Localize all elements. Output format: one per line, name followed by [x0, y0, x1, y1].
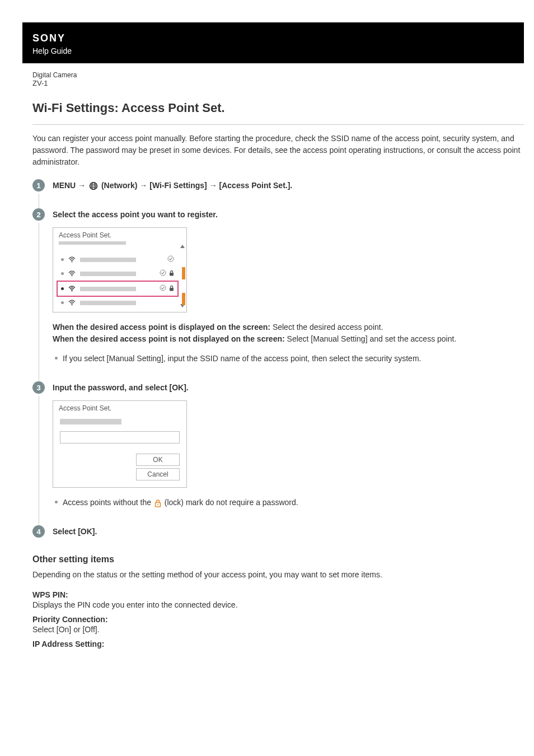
- step-2: 2 Select the access point you want to re…: [32, 208, 524, 365]
- step-1-title: MENU → (Network) → [Wi-Fi Settings] → [A…: [53, 179, 524, 192]
- svg-point-10: [72, 291, 73, 292]
- password-input[interactable]: [60, 431, 180, 444]
- svg-rect-9: [170, 273, 174, 276]
- step-3-title: Input the password, and select [OK].: [53, 381, 524, 394]
- bullet-post: (lock) mark do not require a password.: [162, 498, 298, 507]
- svg-point-13: [72, 305, 73, 306]
- displayed-label: When the desired access point is display…: [53, 323, 270, 332]
- wifi-signal-icon: [68, 286, 76, 292]
- intro-text: You can register your access point manua…: [32, 133, 524, 168]
- setting-priority-connection: Priority Connection: Select [On] or [Off…: [32, 615, 524, 634]
- step-2-bullet: If you select [Manual Setting], input th…: [53, 353, 524, 365]
- step-4-title: Select [OK].: [53, 525, 524, 538]
- access-point-row[interactable]: [58, 297, 177, 309]
- password-entry-screenshot: Access Point Set. OK Cancel: [53, 400, 187, 488]
- lock-icon: [169, 270, 174, 278]
- screenshot-1-title: Access Point Set.: [53, 228, 186, 240]
- step-2-number: 2: [32, 208, 45, 221]
- svg-point-8: [160, 270, 166, 276]
- cancel-button[interactable]: Cancel: [136, 468, 180, 480]
- checkmark-circle-icon: [160, 284, 166, 293]
- checkmark-circle-icon: [167, 255, 174, 264]
- displayed-text: Select the desired access point.: [270, 323, 383, 332]
- product-category: Digital Camera: [32, 71, 524, 79]
- setting-desc: Select [On] or [Off].: [32, 625, 524, 634]
- svg-point-15: [157, 504, 158, 505]
- svg-rect-12: [170, 288, 174, 291]
- wifi-signal-icon: [68, 270, 76, 277]
- other-settings-heading: Other setting items: [32, 554, 524, 564]
- not-displayed-text: Select [Manual Setting] and set the acce…: [285, 334, 457, 343]
- access-point-row[interactable]: [58, 253, 177, 267]
- access-point-row-selected[interactable]: [57, 281, 179, 297]
- setting-ip-address: IP Address Setting:: [32, 640, 524, 648]
- lock-icon: [169, 285, 174, 293]
- page-title: Wi-Fi Settings: Access Point Set.: [32, 101, 524, 115]
- svg-point-6: [168, 256, 174, 262]
- step-2-body: When the desired access point is display…: [53, 321, 524, 365]
- screenshot-2-title: Access Point Set.: [53, 401, 186, 413]
- setting-label: Priority Connection:: [32, 615, 524, 624]
- step-3-number: 3: [32, 381, 45, 394]
- step-1-prefix: MENU →: [53, 181, 88, 190]
- svg-point-5: [72, 262, 73, 263]
- network-globe-icon: [89, 181, 98, 190]
- setting-desc: Displays the PIN code you enter into the…: [32, 600, 524, 609]
- brand-logo: SONY: [32, 32, 514, 44]
- product-model: ZV-1: [32, 79, 524, 87]
- access-point-list-screenshot: Access Point Set.: [53, 227, 187, 312]
- scroll-thumb[interactable]: [182, 267, 185, 279]
- help-guide-label: Help Guide: [32, 46, 514, 55]
- bullet-pre: Access points without the: [63, 498, 153, 507]
- title-rule: [32, 124, 524, 125]
- step-2-title: Select the access point you want to regi…: [53, 208, 524, 221]
- step-1-path: (Network) → [Wi-Fi Settings] → [Access P…: [99, 181, 292, 190]
- setting-wps-pin: WPS PIN: Displays the PIN code you enter…: [32, 590, 524, 609]
- step-3: 3 Input the password, and select [OK]. A…: [32, 381, 524, 508]
- lock-icon: [154, 499, 161, 507]
- checkmark-circle-icon: [160, 269, 166, 278]
- step-4: 4 Select [OK].: [32, 525, 524, 538]
- header-bar: SONY Help Guide: [22, 22, 524, 63]
- setting-label: WPS PIN:: [32, 590, 524, 599]
- setting-label: IP Address Setting:: [32, 640, 524, 648]
- svg-point-11: [160, 285, 166, 291]
- scroll-up-icon: [180, 245, 185, 248]
- svg-point-7: [72, 276, 73, 277]
- step-1-number: 1: [32, 179, 45, 192]
- wifi-signal-icon: [68, 256, 76, 263]
- ok-button[interactable]: OK: [136, 454, 180, 466]
- scroll-indicator: [182, 293, 185, 305]
- wifi-signal-icon: [68, 300, 76, 306]
- other-settings-intro: Depending on the status or the setting m…: [32, 570, 524, 579]
- step-1: 1 MENU → (Network) → [Wi-Fi Settings] → …: [32, 179, 524, 192]
- step-3-bullet: Access points without the (lock) mark do…: [53, 497, 524, 508]
- not-displayed-label: When the desired access point is not dis…: [53, 334, 285, 343]
- access-point-row[interactable]: [58, 267, 177, 281]
- step-4-number: 4: [32, 525, 45, 538]
